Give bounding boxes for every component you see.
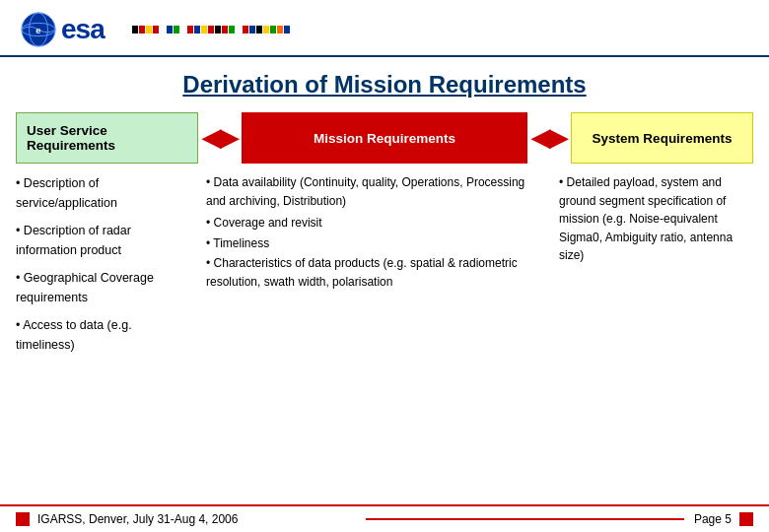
list-item: • Characteristics of data products (e.g.… — [206, 254, 543, 291]
right-double-arrow-icon: ◀▶ — [531, 124, 567, 152]
bullet-desc-service: • Description of service/application — [16, 176, 117, 210]
left-column: • Description of service/application • D… — [16, 173, 198, 355]
list-item: • Coverage and revisit — [206, 214, 543, 233]
page-header: e esa — [0, 0, 769, 57]
list-item: • Detailed payload, system and ground se… — [559, 173, 753, 265]
user-service-label: User Service Requirements — [27, 123, 115, 153]
footer-page-label: Page 5 — [694, 512, 732, 526]
footer-right-bar — [739, 512, 753, 526]
mission-req-box: Mission Requirements — [242, 112, 527, 164]
title-section: Derivation of Mission Requirements — [0, 57, 769, 108]
system-req-label: System Requirements — [593, 131, 733, 146]
list-item: • Timeliness — [206, 234, 543, 253]
bullet-data-avail: • Data availability (Continuity, quality… — [206, 175, 524, 208]
mission-req-label: Mission Requirements — [314, 131, 455, 146]
right-column: • Detailed payload, system and ground se… — [551, 173, 753, 355]
bullet-coverage: • Coverage and revisit — [206, 216, 322, 230]
footer-conference-text: IGARSS, Denver, July 31-Aug 4, 2006 — [37, 512, 356, 526]
mid-column: • Data availability (Continuity, quality… — [198, 173, 551, 355]
list-item: • Access to data (e.g. timeliness) — [16, 315, 188, 355]
esa-wordmark: esa — [61, 14, 105, 45]
list-item: • Data availability (Continuity, quality… — [206, 173, 543, 210]
list-item: • Description of radar information produ… — [16, 221, 188, 260]
user-service-box: User Service Requirements — [16, 112, 198, 164]
footer-left-bar — [16, 512, 30, 526]
bullet-detailed-payload: • Detailed payload, system and ground se… — [559, 175, 733, 262]
page-footer: IGARSS, Denver, July 31-Aug 4, 2006 Page… — [0, 504, 769, 532]
bullet-characteristics: • Characteristics of data products (e.g.… — [206, 256, 518, 289]
left-double-arrow-icon: ◀▶ — [202, 124, 238, 152]
esa-logo: e esa — [20, 10, 128, 49]
list-item: • Geographical Coverage requirements — [16, 268, 188, 307]
bullet-timeliness: • Timeliness — [206, 236, 269, 250]
footer-divider — [366, 518, 684, 520]
list-item: • Description of service/application — [16, 173, 188, 213]
esa-globe-icon: e — [20, 11, 57, 48]
bullet-access: • Access to data (e.g. timeliness) — [16, 318, 132, 352]
page-title: Derivation of Mission Requirements — [182, 71, 586, 98]
svg-text:e: e — [35, 25, 40, 35]
system-req-box: System Requirements — [571, 112, 753, 164]
bullet-geographical: • Geographical Coverage requirements — [16, 271, 154, 304]
bullet-desc-radar: • Description of radar information produ… — [16, 224, 131, 257]
flag-strip — [132, 26, 290, 33]
